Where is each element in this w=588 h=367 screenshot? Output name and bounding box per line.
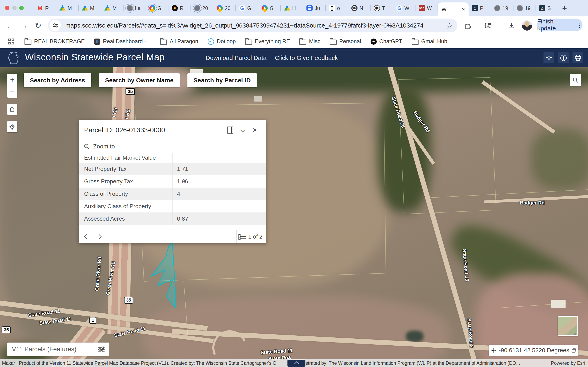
- bookmark-item-real-dashboard-[interactable]: []Real Dashboard -...: [94, 38, 151, 45]
- zoom-in-button[interactable]: +: [7, 74, 17, 86]
- print-button[interactable]: [572, 52, 583, 63]
- search-by-owner-button[interactable]: Search by Owner Name: [99, 73, 180, 87]
- close-popup-button[interactable]: ×: [249, 126, 261, 134]
- browser-tab-15[interactable]: ✱T: [371, 0, 393, 16]
- site-settings-icon[interactable]: [49, 20, 61, 31]
- address-bar[interactable]: maps.sco.wisc.edu/Parcels/#data_s=id%3Aw…: [48, 18, 457, 33]
- browser-tab-18-active[interactable]: W×: [438, 2, 468, 16]
- popup-header: Parcel ID: 026-01333-0000 ×: [79, 120, 266, 140]
- window-minimize-button[interactable]: [12, 6, 17, 10]
- zoom-widget: + −: [7, 74, 17, 98]
- browser-tab-3[interactable]: M: [101, 0, 123, 16]
- map-canvas[interactable]: Great River RdGreat River Rdr Rdr RdStat…: [0, 67, 588, 367]
- forward-button[interactable]: →: [19, 21, 29, 30]
- crosshair-icon[interactable]: [491, 347, 496, 354]
- bookmark-item-personal[interactable]: Personal: [330, 38, 361, 45]
- browser-tab-13[interactable]: []o: [326, 0, 348, 16]
- previous-feature-button[interactable]: [84, 234, 89, 239]
- locate-button[interactable]: [7, 121, 17, 132]
- browser-tab-20[interactable]: 19: [491, 0, 513, 16]
- browser-tab-6[interactable]: R: [168, 0, 191, 16]
- zoom-out-button[interactable]: −: [7, 86, 17, 98]
- browser-tab-7[interactable]: 20: [191, 0, 213, 16]
- browser-tab-16[interactable]: GW: [393, 0, 415, 16]
- browser-tab-11[interactable]: H: [281, 0, 303, 16]
- coordinate-widget: -90.6131 42.5220 Degrees: [489, 345, 578, 356]
- browser-tab-19[interactable]: ⌂P: [468, 0, 491, 16]
- bookmark-item-gmail-hub[interactable]: Gmail Hub: [412, 38, 447, 45]
- attribution-collapse-button[interactable]: [287, 360, 305, 367]
- close-icon: ×: [252, 126, 257, 134]
- map-search-button[interactable]: [570, 74, 581, 86]
- bookmark-label: Everything RE: [255, 38, 290, 45]
- collapse-popup-button[interactable]: [236, 128, 249, 132]
- chatgpt-icon: *: [371, 39, 377, 45]
- browser-tab-0[interactable]: MR: [34, 0, 56, 16]
- route-shield: 35: [126, 88, 135, 95]
- browser-tab-10[interactable]: G: [258, 0, 281, 16]
- bookmark-item-dotloop[interactable]: Dotloop: [208, 38, 236, 45]
- layer-selector[interactable]: V11 Parcels (Features): [7, 342, 109, 356]
- tab-search-icon[interactable]: [484, 21, 493, 30]
- tab-title: G: [270, 5, 274, 11]
- bookmark-item-everything-re[interactable]: Everything RE: [245, 38, 290, 45]
- tab-title: M: [112, 5, 117, 11]
- browser-tab-14[interactable]: N: [348, 0, 371, 16]
- browser-tab-9[interactable]: GG: [236, 0, 258, 16]
- downloads-icon[interactable]: [507, 21, 516, 30]
- search-by-address-button[interactable]: Search by Address: [24, 73, 91, 87]
- url-text[interactable]: maps.sco.wisc.edu/Parcels/#data_s=id%3Aw…: [65, 22, 424, 29]
- browser-tab-5[interactable]: G: [146, 0, 168, 16]
- dock-popup-button[interactable]: [224, 126, 236, 134]
- window-controls: [5, 6, 24, 10]
- bookmark-star-icon[interactable]: ☆: [446, 21, 453, 30]
- next-feature-button[interactable]: [96, 234, 102, 239]
- attribute-label: Estimated Fair Market Value: [79, 153, 173, 163]
- window-zoom-button[interactable]: [19, 6, 24, 10]
- browser-tab-4[interactable]: La: [123, 0, 146, 16]
- overview-inset-map[interactable]: [558, 316, 578, 336]
- finish-update-button[interactable]: Finish update ⋮: [537, 18, 582, 31]
- bookmark-item-real-brokerage[interactable]: REAL BROKERAGE: [25, 38, 85, 45]
- folder-icon: [245, 40, 252, 45]
- tips-button[interactable]: [544, 52, 554, 63]
- tab-close-icon[interactable]: ×: [462, 7, 465, 12]
- browser-tab-2[interactable]: M: [79, 0, 101, 16]
- apps-grid-icon[interactable]: [8, 39, 14, 45]
- bookmark-item-chatgpt[interactable]: *ChatGPT: [371, 38, 402, 45]
- parcel-popup: Parcel ID: 026-01333-0000 × Zoom to Esti…: [79, 120, 266, 243]
- bracket-favicon-icon: []: [329, 5, 335, 11]
- reload-button[interactable]: ↻: [34, 21, 43, 30]
- filter-sliders-icon[interactable]: [98, 346, 105, 352]
- tab-title: W: [427, 5, 432, 11]
- zoom-to-action[interactable]: Zoom to: [79, 140, 266, 153]
- home-button[interactable]: [7, 104, 17, 115]
- back-button[interactable]: ←: [5, 21, 14, 30]
- drive-favicon-icon: [82, 5, 88, 11]
- new-tab-button[interactable]: +: [560, 4, 569, 13]
- browser-tab-8[interactable]: 20: [213, 0, 236, 16]
- download-parcel-data-link[interactable]: Download Parcel Data: [206, 54, 267, 61]
- profile-avatar[interactable]: [522, 20, 532, 31]
- browser-tab-21[interactable]: 19: [513, 0, 536, 16]
- browser-menu-icon[interactable]: ⋮: [576, 21, 582, 29]
- tab-title: o: [337, 5, 340, 11]
- browser-tab-1[interactable]: M: [56, 0, 79, 16]
- copy-icon[interactable]: [571, 347, 576, 354]
- attribute-label: Gross Property Tax: [79, 175, 173, 188]
- attribute-table[interactable]: Estimated Fair Market ValueNet Property …: [79, 153, 266, 230]
- bookmark-item-misc[interactable]: Misc: [299, 38, 320, 45]
- extensions-icon[interactable]: [463, 21, 472, 30]
- window-close-button[interactable]: [5, 6, 9, 10]
- browser-tab-17[interactable]: SCOW: [415, 0, 438, 16]
- gmail-favicon-icon: M: [37, 5, 43, 11]
- browser-tab-22[interactable]: ⌂S: [536, 0, 558, 16]
- globe-favicon-icon: [194, 5, 200, 11]
- search-by-parcel-button[interactable]: Search by Parcel ID: [187, 73, 257, 87]
- toolbar-divider: [478, 22, 478, 30]
- feature-count[interactable]: 1 of 2: [236, 230, 266, 243]
- browser-tab-12[interactable]: Ju: [303, 0, 326, 16]
- info-button[interactable]: [558, 52, 569, 63]
- feedback-link[interactable]: Click to Give Feedback: [275, 54, 338, 61]
- bookmark-item-all-paragon[interactable]: All Paragon: [160, 38, 198, 45]
